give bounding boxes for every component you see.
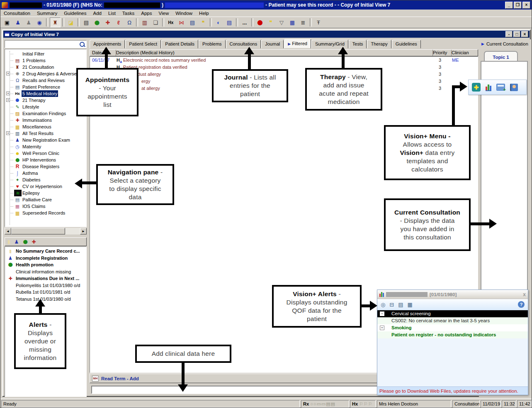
menu-item[interactable]: Guidelines: [61, 10, 90, 16]
toolbar-button[interactable]: ⬤: [255, 18, 265, 27]
tree-item-label[interactable]: 1 Problems: [22, 57, 46, 64]
toolbar-button[interactable]: Ŧ: [313, 18, 323, 27]
menu-item[interactable]: Consultation: [0, 10, 34, 16]
toolbar-button[interactable]: ℓ: [114, 18, 124, 27]
sidebar-tree-item[interactable]: ▤ Palliative Care: [5, 196, 86, 203]
sidebar-tree-item[interactable]: ♜ 21 Consultation: [5, 64, 86, 70]
sidebar-tree-item[interactable]: ≋ Epilepsy: [5, 190, 86, 196]
toolbar-button[interactable]: [78, 18, 80, 27]
record-tab[interactable]: Journal: [261, 40, 284, 48]
alerts-header-icon[interactable]: ♟: [15, 239, 19, 245]
toolbar-button[interactable]: [310, 18, 312, 27]
chart-icon[interactable]: [486, 84, 491, 91]
toolbar-button[interactable]: ♟: [24, 18, 34, 27]
sidebar-tree-item[interactable]: ☻ Well Person Clinic: [5, 150, 86, 157]
mdi-minimize-button[interactable]: -: [505, 31, 513, 37]
toolbar-button[interactable]: ▽: [277, 18, 287, 27]
sidebar-tree-item[interactable]: ▦ IOS Claims: [5, 203, 86, 210]
menu-item[interactable]: List: [105, 10, 119, 16]
qof-alert-row[interactable]: − Smoking: [377, 324, 528, 331]
toolbar-button[interactable]: ⬤: [92, 18, 102, 27]
toolbar-button[interactable]: [251, 18, 253, 27]
restore-button[interactable]: ❐: [514, 2, 522, 9]
alert-item[interactable]: ✚ Immunisations Due in Next ...: [5, 275, 86, 282]
minimize-button[interactable]: _: [505, 2, 513, 9]
tree-item-label[interactable]: Disease Registers: [22, 163, 60, 170]
tree-item-label[interactable]: 21 Therapy: [22, 97, 46, 104]
tree-item-label[interactable]: 5 Medical History: [22, 90, 58, 97]
status-rx-group[interactable]: Rx ○○▭▭▤▤: [301, 400, 349, 408]
tree-item-label[interactable]: 21 Consultation: [22, 64, 55, 70]
expander-icon[interactable]: −: [380, 326, 384, 330]
tree-item-label[interactable]: New Registration Exam: [22, 137, 71, 143]
alerts-window-title-bar[interactable]: [01/01/1980] x: [377, 290, 528, 299]
sidebar-tree-item[interactable]: ◷ Maternity: [5, 143, 86, 150]
menu-item[interactable]: Window: [172, 10, 196, 16]
alerts-toolbar-button[interactable]: ▦: [408, 302, 413, 308]
alerts-toolbar-button[interactable]: ◎: [381, 302, 385, 308]
record-tab[interactable]: Patient Select: [125, 40, 161, 48]
alert-item[interactable]: Tetanus 1st 01/03/1980 o/d: [5, 296, 86, 303]
sidebar-tree-item[interactable]: + ⬤ 21 Therapy: [5, 97, 86, 104]
qof-alert-row[interactable]: − Cervical screening: [377, 310, 528, 317]
toolbar-button[interactable]: Hx: [166, 18, 176, 27]
toolbar-button[interactable]: ◉: [34, 18, 44, 27]
sidebar-tree-item[interactable]: Initial Filter: [5, 51, 86, 57]
tree-item-label[interactable]: Maternity: [22, 143, 42, 150]
tree-item-label[interactable]: Palliative Care: [22, 196, 53, 203]
sidebar-tree-item[interactable]: ⬤ HP Interventions: [5, 157, 86, 163]
scrollbar-thumb[interactable]: [11, 228, 65, 234]
menu-item[interactable]: Summary: [34, 10, 61, 16]
sidebar-tree-item[interactable]: ▆ Superseded Records: [5, 210, 86, 216]
sidebar-tree-item[interactable]: ✦ Diabetes: [5, 176, 86, 183]
sidebar-tree-item[interactable]: + ▥ All Test Results: [5, 130, 86, 137]
contacts-book-icon[interactable]: [510, 84, 518, 91]
menu-item[interactable]: Tasks: [119, 10, 138, 16]
status-hx-group[interactable]: Hx ⚐⚐⚐: [350, 400, 376, 408]
tree-item-label[interactable]: Diabetes: [22, 176, 41, 183]
calculator-icon[interactable]: [496, 84, 505, 91]
record-tab[interactable]: Patient Details: [161, 40, 198, 48]
toolbar-button[interactable]: ▤: [224, 18, 234, 27]
record-tab[interactable]: Tests: [349, 40, 367, 48]
vision-plus-icon[interactable]: ✚: [472, 83, 481, 92]
tree-expander[interactable]: +: [6, 72, 10, 75]
menu-item[interactable]: Apps: [138, 10, 155, 16]
tree-item-label[interactable]: Recalls and Reviews: [22, 77, 66, 84]
toolbar-button[interactable]: ▦: [287, 18, 297, 27]
tree-item-label[interactable]: Immunisations: [22, 117, 53, 123]
toolbar-button[interactable]: ◐: [214, 18, 223, 27]
tree-expander[interactable]: +: [6, 92, 10, 95]
menu-item[interactable]: Add: [90, 10, 104, 16]
search-input[interactable]: [5, 41, 78, 48]
column-header-priority[interactable]: Priority: [431, 50, 452, 56]
toolbar-button[interactable]: ⋈: [177, 18, 187, 27]
sidebar-tree-item[interactable]: ▤ Patient Preference: [5, 84, 86, 90]
close-button[interactable]: ×: [522, 2, 530, 9]
toolbar-button[interactable]: ▣: [2, 18, 12, 27]
toolbar-button[interactable]: ♜: [50, 17, 61, 27]
toolbar-button[interactable]: ▤: [187, 18, 197, 27]
toolbar-button[interactable]: [162, 18, 164, 27]
toolbar-button[interactable]: ...: [240, 18, 250, 27]
tree-item-label[interactable]: Asthma: [22, 170, 39, 176]
tree-expander[interactable]: +: [6, 131, 10, 135]
qof-alert-row[interactable]: CS002: No cervical smear in the last 3-5…: [377, 317, 528, 324]
tree-horizontal-scrollbar[interactable]: ◄ ►: [5, 228, 87, 234]
alerts-toolbar-button[interactable]: ⊟: [389, 302, 394, 308]
search-button[interactable]: [78, 41, 86, 48]
alerts-toolbar-button[interactable]: ▤: [398, 302, 403, 308]
toolbar-button[interactable]: ✚: [103, 18, 113, 27]
toolbar-button[interactable]: Ω: [124, 18, 134, 27]
tree-item-label[interactable]: IOS Claims: [22, 203, 46, 210]
record-tab[interactable]: Guidelines: [392, 40, 421, 48]
sidebar-tree-item[interactable]: + ❋ 2 Drug Allergies & Adverse Reac: [5, 70, 86, 77]
toolbar-button[interactable]: ▥: [140, 18, 150, 27]
alerts-header-icon[interactable]: ⬤: [23, 239, 27, 244]
alert-item[interactable]: Rubella 1st 01/01/1981 o/d: [5, 289, 86, 296]
qof-alert-row[interactable]: Patient on register - no outstanding ind…: [377, 331, 528, 338]
mdi-maximize-button[interactable]: □: [513, 31, 520, 37]
tree-item-label[interactable]: Miscellaneous: [22, 123, 52, 130]
alert-item[interactable]: ⬤ Health promotion: [5, 261, 86, 268]
toolbar-button[interactable]: ◪: [66, 18, 76, 27]
